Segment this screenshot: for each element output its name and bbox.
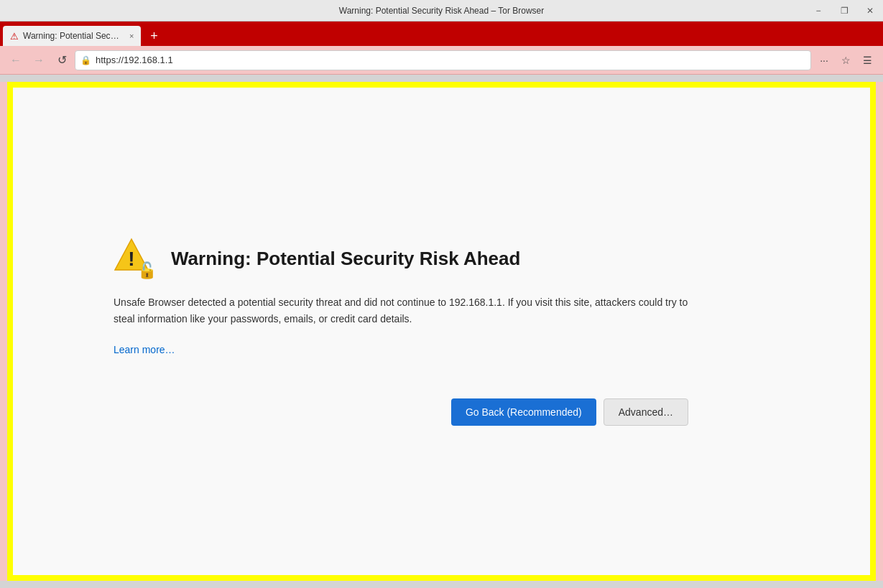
active-tab[interactable]: ⚠ Warning: Potential Securi... × [3,26,141,46]
back-button[interactable]: ← [6,50,26,70]
tab-warning-icon: ⚠ [10,31,19,42]
svg-text:!: ! [128,248,134,270]
button-row: Go Back (Recommended) Advanced… [114,398,688,426]
reload-button[interactable]: ↺ [52,50,72,70]
learn-more-link[interactable]: Learn more… [114,344,688,355]
warning-icon-container: ! 🔓 [114,237,157,280]
url-bar-container: 🔒 [75,50,811,70]
toolbar: ← → ↺ 🔒 ··· ☆ ☰ [0,46,883,75]
advanced-button[interactable]: Advanced… [604,398,688,426]
warning-area: ! 🔓 Warning: Potential Security Risk Ahe… [114,237,688,426]
toolbar-right: ··· ☆ ☰ [814,50,877,70]
warning-description: Unsafe Browser detected a potential secu… [114,294,688,327]
tab-bar: ⚠ Warning: Potential Securi... × + [0,22,883,46]
minimize-button[interactable]: − [805,0,831,21]
warning-title: Warning: Potential Security Risk Ahead [171,248,520,270]
page-outer: ! 🔓 Warning: Potential Security Risk Ahe… [0,82,883,581]
window-title: Warning: Potential Security Risk Ahead –… [339,6,544,16]
warning-header: ! 🔓 Warning: Potential Security Risk Ahe… [114,237,688,280]
bookmark-button[interactable]: ☆ [836,50,856,70]
more-button[interactable]: ··· [814,50,834,70]
close-button[interactable]: ✕ [857,0,883,21]
yellow-border: ! 🔓 Warning: Potential Security Risk Ahe… [7,82,876,581]
page-content: ! 🔓 Warning: Potential Security Risk Ahe… [13,88,870,575]
lock-overlay-icon: 🔓 [137,261,157,280]
go-back-button[interactable]: Go Back (Recommended) [451,398,596,426]
hamburger-menu-button[interactable]: ☰ [857,50,877,70]
url-input[interactable] [75,50,811,70]
window-controls: − ❐ ✕ [805,0,883,21]
url-lock-icon: 🔒 [80,55,91,65]
tab-label: Warning: Potential Securi... [23,31,124,41]
new-tab-button[interactable]: + [144,26,164,46]
tab-close-button[interactable]: × [129,32,134,40]
forward-button[interactable]: → [29,50,49,70]
restore-button[interactable]: ❐ [831,0,857,21]
title-bar: Warning: Potential Security Risk Ahead –… [0,0,883,22]
